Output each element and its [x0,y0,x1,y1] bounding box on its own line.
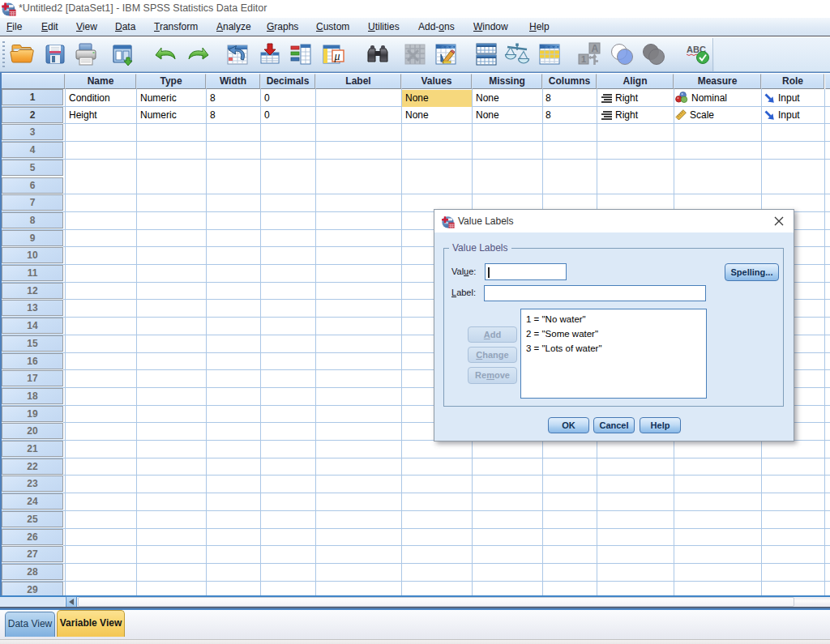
svg-text:μ: μ [334,50,340,62]
svg-text:A: A [592,43,599,54]
svg-text:1: 1 [581,54,586,64]
